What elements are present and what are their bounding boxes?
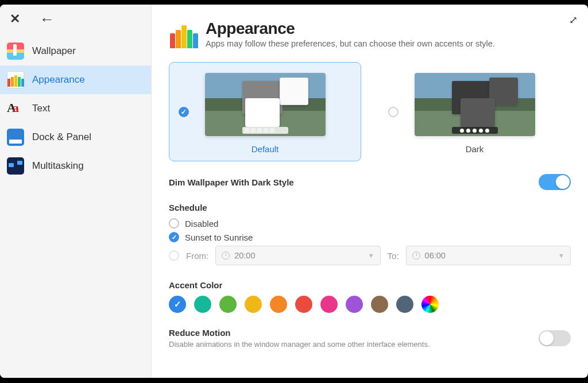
titlebar: ✕ ← [0,5,151,33]
accent-swatch[interactable] [295,296,312,313]
chevron-down-icon: ▼ [558,252,564,259]
radio-checked-icon [169,232,179,242]
theme-picker: Default Dark [169,62,571,161]
main-content: ⤢ Appearance Apps may follow these prefe… [152,5,588,378]
dim-wallpaper-label: Dim Wallpaper With Dark Style [169,177,294,187]
appearance-icon [7,71,24,88]
radio-unchecked-icon [169,218,179,229]
sidebar-item-appearance[interactable]: Appearance [0,65,151,94]
sidebar-item-multitasking[interactable]: Multitasking [0,152,151,180]
dim-wallpaper-switch[interactable] [539,174,571,190]
maximize-icon[interactable]: ⤢ [569,14,578,26]
schedule-option-sunset[interactable]: Sunset to Sunrise [169,232,571,242]
sidebar-item-label: Wallpaper [32,45,76,57]
accent-swatch[interactable] [270,296,287,313]
reduce-motion-switch[interactable] [539,330,571,346]
schedule-sunset-label: Sunset to Sunrise [185,233,253,242]
theme-thumbnail-light [205,73,326,136]
accent-swatch[interactable] [194,296,211,313]
schedule-from-input[interactable]: 20:00 ▼ [215,246,380,265]
sidebar: ✕ ← Wallpaper Appearance Aa [0,5,152,378]
text-icon: Aa [7,100,24,117]
theme-option-default[interactable]: Default [169,62,361,161]
settings-window: ✕ ← Wallpaper Appearance Aa [0,5,588,378]
chevron-down-icon: ▼ [368,252,374,259]
accent-swatch[interactable] [421,296,439,313]
accent-swatch[interactable] [169,296,186,313]
sidebar-nav: Wallpaper Appearance Aa Text [0,33,151,184]
schedule-manual-row: From: 20:00 ▼ To: 06:00 ▼ [169,246,571,265]
accent-swatch[interactable] [396,296,413,313]
schedule-title: Schedule [169,203,571,212]
sidebar-item-label: Appearance [32,74,85,86]
accent-swatch[interactable] [219,296,237,313]
page-subtitle: Apps may follow these preferences, but c… [206,39,495,48]
reduce-motion-text: Reduce Motion Disable animations in the … [169,328,430,349]
sidebar-item-text[interactable]: Aa Text [0,94,151,123]
accent-swatch[interactable] [371,296,388,313]
reduce-motion-row: Reduce Motion Disable animations in the … [169,328,571,349]
accent-title: Accent Color [169,280,571,290]
header-text: Appearance Apps may follow these prefere… [206,20,495,48]
schedule-from-label: From: [186,251,208,261]
schedule-disabled-label: Disabled [185,219,218,229]
sidebar-item-label: Dock & Panel [32,131,91,143]
wallpaper-icon [7,42,24,60]
radio-checked-icon [179,107,189,117]
radio-unchecked-icon [388,107,399,117]
back-icon[interactable]: ← [40,12,54,26]
multitasking-icon [7,157,24,175]
reduce-motion-title: Reduce Motion [169,328,430,338]
close-icon[interactable]: ✕ [8,12,22,26]
accent-swatch[interactable] [346,296,363,313]
reduce-motion-subtitle: Disable animations in the window manager… [169,340,430,349]
schedule-to-value: 06:00 [425,251,446,260]
theme-label: Default [252,144,279,154]
sidebar-item-label: Multitasking [32,160,84,172]
dim-wallpaper-row: Dim Wallpaper With Dark Style [169,174,571,190]
accent-color-row [169,296,571,313]
schedule-to-input[interactable]: 06:00 ▼ [406,246,571,265]
accent-swatch[interactable] [245,296,262,313]
dock-icon [7,129,24,146]
page-title: Appearance [206,20,495,38]
theme-thumbnail-dark [415,73,535,136]
accent-section: Accent Color [169,280,571,313]
sidebar-item-dock-panel[interactable]: Dock & Panel [0,123,151,152]
page-header: Appearance Apps may follow these prefere… [169,20,571,49]
radio-disabled-icon[interactable] [169,250,179,261]
schedule-from-value: 20:00 [234,251,255,260]
sidebar-item-wallpaper[interactable]: Wallpaper [0,37,151,65]
clock-icon [222,252,230,260]
clock-icon [412,252,420,260]
theme-label: Dark [466,144,484,154]
sidebar-item-label: Text [32,103,50,114]
appearance-header-icon [169,20,199,49]
accent-swatch[interactable] [320,296,338,313]
theme-option-dark[interactable]: Dark [378,62,571,161]
schedule-option-disabled[interactable]: Disabled [169,218,571,229]
schedule-section: Schedule Disabled Sunset to Sunrise From… [169,203,571,265]
schedule-to-label: To: [388,251,399,261]
